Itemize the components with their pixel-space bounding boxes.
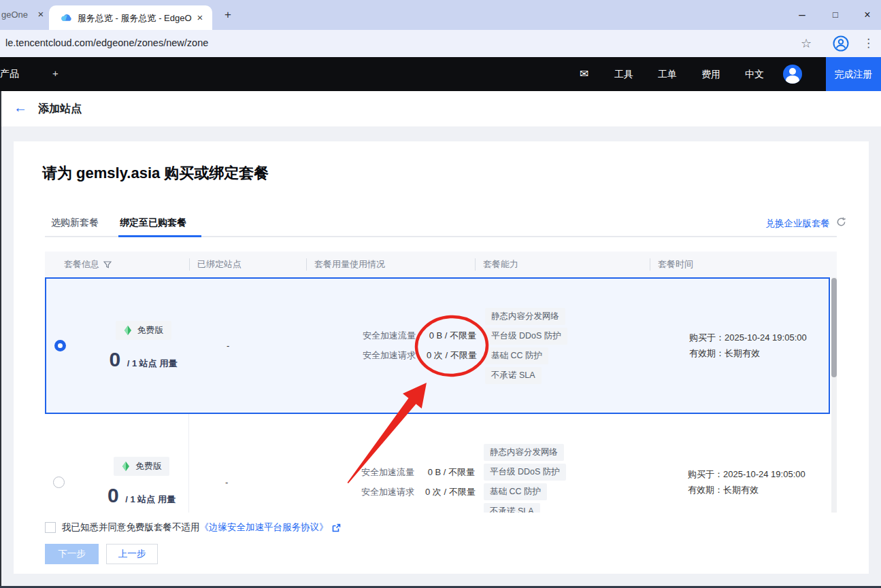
- usage-value: 0 次 / 不限量: [425, 486, 476, 498]
- usage-label: 安全加速请求: [361, 486, 414, 498]
- plan-badge: 免费版: [116, 321, 171, 340]
- refresh-icon[interactable]: [836, 217, 846, 227]
- cell-plan-info: 免费版 0 / 1 站点 用量: [45, 414, 189, 513]
- plan-block: 免费版 0 / 1 站点 用量: [96, 321, 190, 371]
- table-header: 套餐信息 已绑定站点 套餐用量使用情况 套餐能力 套餐时间: [45, 252, 837, 277]
- usage-label: 安全加速流量: [363, 330, 418, 342]
- redeem-enterprise-link[interactable]: 兑换企业版套餐: [766, 218, 831, 230]
- cell-plan-info: 免费版 0 / 1 站点 用量: [46, 279, 190, 413]
- plan-selection-card: 请为 gemsly.asia 购买或绑定套餐 选购新套餐 绑定至已购套餐 兑换企…: [14, 141, 869, 574]
- page-title: 添加站点: [38, 102, 82, 116]
- filter-icon[interactable]: [103, 260, 112, 269]
- active-tab-underline: [118, 235, 201, 237]
- cell-usage: 安全加速流量0 B / 不限量 安全加速请求0 次 / 不限量: [306, 414, 475, 513]
- complete-registration-button[interactable]: 完成注册: [826, 57, 881, 91]
- nav-item-tickets[interactable]: 工单: [658, 69, 677, 81]
- window-minimize-button[interactable]: –: [793, 7, 811, 23]
- external-link-icon[interactable]: [332, 523, 341, 532]
- background-tab-title[interactable]: geOne: [1, 10, 28, 20]
- nav-item-language[interactable]: 中文: [745, 69, 764, 81]
- capability-badge: 静态内容分发网络: [485, 308, 565, 325]
- card-title: 请为 gemsly.asia 购买或绑定套餐: [42, 163, 269, 184]
- avatar-head: [789, 68, 796, 75]
- window-edge-left: [0, 91, 1, 588]
- cell-plan-time: 购买于：2025-10-24 19:05:00 有效期：长期有效: [650, 414, 830, 513]
- nav-products[interactable]: 云产品: [0, 68, 19, 80]
- plan-row-selected[interactable]: 免费版 0 / 1 站点 用量 - 安全加速流量0 B / 不限量 安全加速请求…: [45, 277, 830, 414]
- nav-item-tools[interactable]: 工具: [614, 69, 633, 81]
- cell-usage: 安全加速流量0 B / 不限量 安全加速请求0 次 / 不限量: [307, 279, 476, 413]
- header-bound-sites: 已绑定站点: [189, 252, 306, 277]
- address-bar[interactable]: le.tencentcloud.com/edgeone/zones/new/zo…: [5, 37, 208, 48]
- previous-step-button[interactable]: 上一步: [106, 544, 158, 564]
- active-tab[interactable]: 服务总览 - 服务总览 - EdgeOn ×: [49, 5, 212, 30]
- capability-badge: 基础 CC 防护: [485, 347, 548, 364]
- agreement-text: 我已知悉并同意免费版套餐不适用: [62, 521, 200, 534]
- agreement-link[interactable]: 《边缘安全加速平台服务协议》: [200, 521, 329, 534]
- tab-bind-existing-plan[interactable]: 绑定至已购套餐: [120, 217, 186, 229]
- cell-plan-time: 购买于：2025-10-24 19:05:00 有效期：长期有效: [651, 279, 829, 413]
- cell-bound-sites: -: [190, 279, 307, 413]
- plan-row[interactable]: 免费版 0 / 1 站点 用量 - 安全加速流量0 B / 不限量 安全加速请求…: [45, 414, 830, 513]
- page-background: 请为 gemsly.asia 购买或绑定套餐 选购新套餐 绑定至已购套餐 兑换企…: [0, 126, 881, 588]
- usage-value: 0 次 / 不限量: [427, 349, 477, 362]
- table-body: 免费版 0 / 1 站点 用量 - 安全加速流量0 B / 不限量 安全加速请求…: [45, 277, 837, 513]
- profile-icon[interactable]: [833, 35, 849, 52]
- capability-badge: 基础 CC 防护: [484, 483, 547, 500]
- header-plan-info: 套餐信息: [45, 252, 189, 277]
- header-capabilities: 套餐能力: [475, 252, 650, 277]
- new-tab-button[interactable]: +: [220, 7, 235, 22]
- plan-quota: 0 / 1 站点 用量: [95, 484, 188, 507]
- nav-item-billing[interactable]: 费用: [701, 69, 720, 81]
- active-tab-title: 服务总览 - 服务总览 - EdgeOn: [78, 12, 192, 24]
- browser-menu-icon[interactable]: ⋮: [863, 36, 874, 50]
- cell-bound-sites: -: [189, 414, 306, 513]
- capability-badge: 不承诺 SLA: [485, 367, 542, 384]
- table-scrollbar: [831, 277, 837, 513]
- cell-capabilities: 静态内容分发网络 平台级 DDoS 防护 基础 CC 防护 不承诺 SLA: [475, 414, 650, 513]
- capability-badge: 静态内容分发网络: [484, 444, 564, 461]
- user-avatar[interactable]: [783, 65, 802, 84]
- tab-buy-new-plan[interactable]: 选购新套餐: [51, 217, 99, 229]
- usage-value: 0 B / 不限量: [429, 330, 476, 342]
- edgeone-favicon-icon: [61, 12, 72, 24]
- tab-close-icon[interactable]: ×: [194, 12, 206, 24]
- plan-quota: 0 / 1 站点 用量: [96, 348, 190, 371]
- header-plan-time: 套餐时间: [650, 252, 837, 277]
- nav-plus-icon[interactable]: +: [52, 67, 59, 79]
- console-topnav: 云产品 + ✉ 工具 工单 费用 中文 完成注册: [0, 57, 881, 91]
- window-close-button[interactable]: ×: [859, 7, 876, 23]
- capability-badge: 平台级 DDoS 防护: [485, 328, 567, 345]
- usage-label: 安全加速流量: [361, 466, 417, 479]
- plan-block: 免费版 0 / 1 站点 用量: [95, 457, 188, 507]
- back-arrow-icon[interactable]: ←: [14, 100, 27, 116]
- bookmark-star-icon[interactable]: ☆: [801, 36, 812, 51]
- plan-diamond-icon: [121, 462, 131, 471]
- page-header: ← 添加站点: [0, 91, 881, 126]
- usage-label: 安全加速请求: [363, 349, 416, 362]
- plan-diamond-icon: [123, 326, 133, 335]
- agreement-checkbox[interactable]: [45, 522, 56, 533]
- plan-radio-selected[interactable]: [54, 340, 66, 351]
- usage-value: 0 B / 不限量: [428, 466, 475, 479]
- capability-badge: 平台级 DDoS 防护: [484, 464, 566, 481]
- browser-tab-strip: geOne × 服务总览 - 服务总览 - EdgeOn × + – □ ×: [0, 0, 881, 30]
- mail-icon[interactable]: ✉: [580, 67, 588, 80]
- capability-badge: 不承诺 SLA: [484, 503, 540, 513]
- browser-toolbar: le.tencentcloud.com/edgeone/zones/new/zo…: [0, 30, 881, 57]
- plan-tabs: 选购新套餐 绑定至已购套餐 兑换企业版套餐: [45, 211, 837, 237]
- avatar-body: [786, 75, 799, 84]
- plan-badge: 免费版: [114, 457, 169, 476]
- tab-close-icon[interactable]: ×: [34, 7, 48, 21]
- next-step-button[interactable]: 下一步: [45, 544, 99, 564]
- plan-radio[interactable]: [53, 477, 65, 488]
- window-maximize-button[interactable]: □: [827, 7, 844, 23]
- cell-capabilities: 静态内容分发网络 平台级 DDoS 防护 基础 CC 防护 不承诺 SLA: [476, 279, 651, 413]
- wizard-buttons: 下一步 上一步: [45, 544, 158, 564]
- agreement-row: 我已知悉并同意免费版套餐不适用 《边缘安全加速平台服务协议》: [45, 521, 341, 534]
- table-scrollbar-thumb[interactable]: [831, 278, 837, 377]
- header-usage: 套餐用量使用情况: [306, 252, 475, 277]
